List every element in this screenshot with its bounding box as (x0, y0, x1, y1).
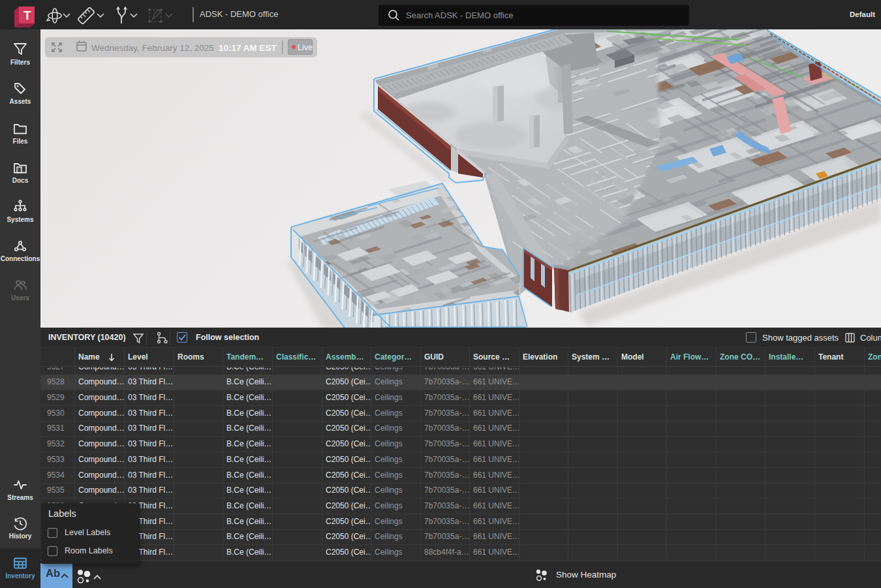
svg-text:T: T (23, 8, 31, 22)
svg-text:Wednesday, February 12, 2025: Wednesday, February 12, 2025 (91, 43, 214, 53)
svg-text:Live: Live (298, 43, 313, 52)
svg-text:Default: Default (850, 10, 875, 18)
svg-text:ADSK - DEMO office: ADSK - DEMO office (200, 9, 278, 19)
svg-text:10:17 AM EST: 10:17 AM EST (219, 43, 277, 53)
svg-text:Search ADSK - DEMO office: Search ADSK - DEMO office (406, 10, 514, 20)
